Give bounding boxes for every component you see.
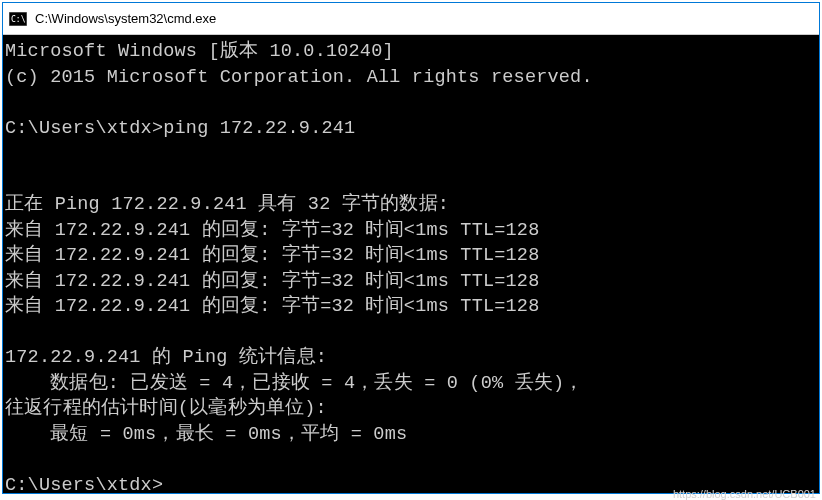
ping-stats-header: 172.22.9.241 的 Ping 统计信息: (5, 347, 327, 368)
ping-reply: 来自 172.22.9.241 的回复: 字节=32 时间<1ms TTL=12… (5, 245, 539, 266)
window-title: C:\Windows\system32\cmd.exe (35, 11, 216, 26)
terminal-output[interactable]: Microsoft Windows [版本 10.0.10240] (c) 20… (3, 35, 819, 493)
cmd-icon: C:\ (9, 11, 27, 27)
cmd-window: C:\ C:\Windows\system32\cmd.exe Microsof… (2, 2, 820, 494)
command-text: ping 172.22.9.241 (163, 116, 355, 142)
svg-text:C:\: C:\ (11, 15, 26, 24)
ping-reply: 来自 172.22.9.241 的回复: 字节=32 时间<1ms TTL=12… (5, 296, 539, 317)
prompt-path: C:\Users\xtdx> (5, 475, 163, 493)
copyright-line: (c) 2015 Microsoft Corporation. All righ… (5, 67, 593, 88)
pinging-line: 正在 Ping 172.22.9.241 具有 32 字节的数据: (5, 194, 449, 215)
ping-stats-rtt-header: 往返行程的估计时间(以毫秒为单位): (5, 398, 327, 419)
watermark-text: https://blog.csdn.net/UCB001 (673, 488, 816, 500)
titlebar[interactable]: C:\ C:\Windows\system32\cmd.exe (3, 3, 819, 35)
ping-stats-rtt: 最短 = 0ms，最长 = 0ms，平均 = 0ms (5, 424, 407, 445)
ping-reply: 来自 172.22.9.241 的回复: 字节=32 时间<1ms TTL=12… (5, 271, 539, 292)
os-version-line: Microsoft Windows [版本 10.0.10240] (5, 41, 394, 62)
ping-reply: 来自 172.22.9.241 的回复: 字节=32 时间<1ms TTL=12… (5, 220, 539, 241)
prompt-path: C:\Users\xtdx> (5, 116, 163, 142)
ping-stats-packets: 数据包: 已发送 = 4，已接收 = 4，丢失 = 0 (0% 丢失)， (5, 373, 583, 394)
